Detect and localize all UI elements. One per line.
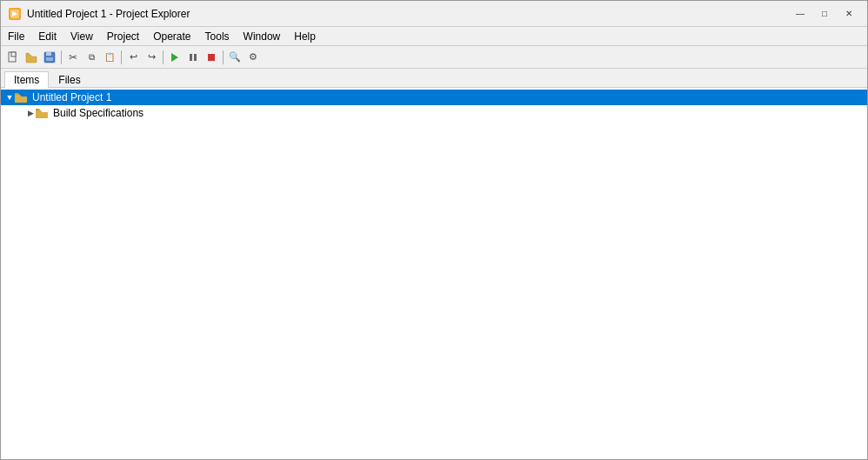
toolbar-stop[interactable]	[203, 49, 220, 66]
tree-view[interactable]: ▼ Untitled Project 1 ▶	[1, 88, 867, 459]
stop-icon	[206, 52, 217, 63]
svg-rect-8	[46, 57, 53, 61]
toolbar-cut[interactable]: ✂	[64, 49, 82, 66]
svg-rect-12	[208, 54, 215, 61]
run-icon	[170, 52, 180, 63]
toolbar-save[interactable]	[41, 49, 58, 66]
open-icon	[25, 51, 37, 63]
window-controls: — □ ✕	[789, 5, 860, 23]
tree-item-build[interactable]: ▶ Build Specifications	[1, 105, 867, 121]
toolbar-search[interactable]: 🔍	[226, 49, 244, 66]
project-icon	[15, 91, 27, 103]
tab-files[interactable]: Files	[49, 71, 90, 88]
build-label: Build Specifications	[53, 107, 144, 119]
menu-window[interactable]: Window	[237, 27, 288, 45]
toolbar-sep-2	[121, 50, 122, 64]
toolbar-sep-4	[223, 50, 224, 64]
tree-arrow-project: ▼	[4, 92, 15, 103]
menu-bar: File Edit View Project Operate Tools Win…	[1, 27, 867, 46]
menu-file[interactable]: File	[1, 27, 31, 45]
menu-tools[interactable]: Tools	[198, 27, 237, 45]
toolbar-undo[interactable]: ↩	[124, 49, 142, 66]
toolbar-paste[interactable]: 📋	[101, 49, 118, 66]
build-icon	[36, 107, 48, 119]
toolbar-pause[interactable]	[184, 49, 202, 66]
window-title: Untitled Project 1 - Project Explorer	[27, 8, 190, 20]
toolbar-new[interactable]	[4, 49, 22, 66]
menu-edit[interactable]: Edit	[31, 27, 63, 45]
svg-marker-9	[171, 53, 178, 62]
svg-rect-11	[194, 54, 197, 61]
toolbar-run[interactable]	[166, 49, 184, 66]
pause-icon	[188, 52, 198, 63]
main-window: Untitled Project 1 - Project Explorer — …	[0, 0, 868, 460]
tab-items[interactable]: Items	[4, 71, 49, 88]
toolbar-settings[interactable]: ⚙	[244, 49, 262, 66]
main-content: ▼ Untitled Project 1 ▶	[1, 88, 867, 459]
tree-arrow-build: ▶	[25, 108, 36, 118]
menu-help[interactable]: Help	[287, 27, 323, 45]
toolbar-redo[interactable]: ↪	[143, 49, 160, 66]
toolbar-sep-1	[61, 50, 62, 64]
menu-project[interactable]: Project	[100, 27, 146, 45]
new-icon	[7, 51, 19, 63]
toolbar-copy[interactable]: ⧉	[83, 49, 100, 66]
tree-item-project[interactable]: ▼ Untitled Project 1	[1, 90, 867, 105]
menu-operate[interactable]: Operate	[146, 27, 197, 45]
close-button[interactable]: ✕	[838, 5, 860, 23]
svg-rect-10	[190, 54, 192, 61]
minimize-button[interactable]: —	[789, 5, 811, 23]
title-bar-left: Untitled Project 1 - Project Explorer	[8, 7, 190, 21]
menu-view[interactable]: View	[63, 27, 100, 45]
title-bar: Untitled Project 1 - Project Explorer — …	[1, 1, 867, 27]
toolbar: ✂ ⧉ 📋 ↩ ↪ 🔍 ⚙	[1, 46, 867, 69]
app-icon	[8, 7, 22, 21]
toolbar-open[interactable]	[23, 49, 40, 66]
maximize-button[interactable]: □	[813, 5, 836, 23]
svg-rect-7	[46, 52, 51, 56]
project-label: Untitled Project 1	[32, 91, 111, 103]
save-icon	[43, 51, 56, 63]
toolbar-sep-3	[163, 50, 164, 64]
tabs-bar: Items Files	[1, 69, 867, 88]
svg-rect-5	[11, 52, 16, 57]
